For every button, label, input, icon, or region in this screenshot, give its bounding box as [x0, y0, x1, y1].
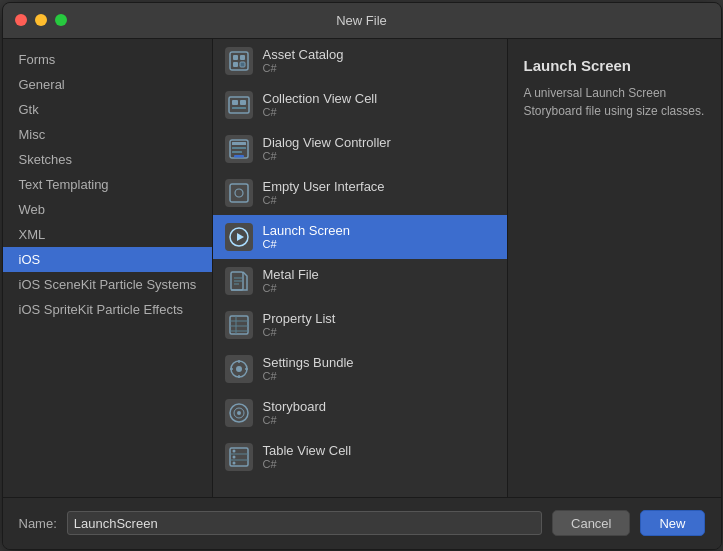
file-item-sub-collection-view-cell: C#: [263, 106, 378, 118]
file-item-text-table-view-cell: Table View CellC#: [263, 443, 352, 470]
sidebar-item-ios-spritekit[interactable]: iOS SpriteKit Particle Effects: [3, 297, 212, 322]
new-button[interactable]: New: [640, 510, 704, 536]
file-item-text-property-list: Property ListC#: [263, 311, 336, 338]
window-controls: [15, 14, 67, 26]
close-button[interactable]: [15, 14, 27, 26]
sidebar-item-ios-scenekit[interactable]: iOS SceneKit Particle Systems: [3, 272, 212, 297]
detail-description: A universal Launch Screen Storyboard fil…: [524, 84, 705, 120]
file-item-text-dialog-view-controller: Dialog View ControllerC#: [263, 135, 391, 162]
file-item-name-storyboard: Storyboard: [263, 399, 327, 414]
maximize-button[interactable]: [55, 14, 67, 26]
svg-marker-17: [237, 233, 244, 241]
svg-point-39: [232, 449, 235, 452]
file-item-text-settings-bundle: Settings BundleC#: [263, 355, 354, 382]
svg-point-40: [232, 455, 235, 458]
file-item-sub-launch-screen: C#: [263, 238, 350, 250]
launch-screen-icon: [225, 223, 253, 251]
sidebar-item-misc[interactable]: Misc: [3, 122, 212, 147]
storyboard-icon: [225, 399, 253, 427]
file-item-settings-bundle[interactable]: Settings BundleC#: [213, 347, 507, 391]
detail-title: Launch Screen: [524, 57, 705, 74]
minimize-button[interactable]: [35, 14, 47, 26]
svg-rect-8: [232, 107, 246, 109]
sidebar-item-sketches[interactable]: Sketches: [3, 147, 212, 172]
file-item-asset-catalog[interactable]: Asset CatalogC#: [213, 39, 507, 83]
settings-bundle-icon: [225, 355, 253, 383]
file-item-name-settings-bundle: Settings Bundle: [263, 355, 354, 370]
svg-rect-2: [240, 55, 245, 60]
file-item-metal-file[interactable]: Metal FileC#: [213, 259, 507, 303]
svg-point-15: [235, 189, 243, 197]
empty-user-interface-icon: [225, 179, 253, 207]
bottom-bar: Name: Cancel New: [3, 497, 721, 549]
file-item-sub-property-list: C#: [263, 326, 336, 338]
file-item-text-storyboard: StoryboardC#: [263, 399, 327, 426]
svg-rect-5: [229, 97, 249, 113]
new-file-dialog: New File FormsGeneralGtkMiscSketchesText…: [2, 2, 722, 550]
collection-view-cell-icon: [225, 91, 253, 119]
svg-rect-12: [232, 151, 242, 153]
metal-file-icon: [225, 267, 253, 295]
file-item-sub-table-view-cell: C#: [263, 458, 352, 470]
sidebar-item-xml[interactable]: XML: [3, 222, 212, 247]
sidebar-item-forms[interactable]: Forms: [3, 47, 212, 72]
file-item-text-metal-file: Metal FileC#: [263, 267, 319, 294]
svg-rect-1: [233, 55, 238, 60]
asset-catalog-icon: [225, 47, 253, 75]
file-item-collection-view-cell[interactable]: Collection View CellC#: [213, 83, 507, 127]
file-item-sub-dialog-view-controller: C#: [263, 150, 391, 162]
svg-rect-14: [230, 184, 248, 202]
svg-rect-6: [232, 100, 238, 105]
file-item-name-table-view-cell: Table View Cell: [263, 443, 352, 458]
file-item-storyboard[interactable]: StoryboardC#: [213, 391, 507, 435]
file-list: Asset CatalogC#Collection View CellC#Dia…: [213, 39, 508, 497]
file-item-name-collection-view-cell: Collection View Cell: [263, 91, 378, 106]
dialog-view-controller-icon: [225, 135, 253, 163]
file-item-table-view-cell[interactable]: Table View CellC#: [213, 435, 507, 479]
sidebar-item-gtk[interactable]: Gtk: [3, 97, 212, 122]
svg-rect-7: [240, 100, 246, 105]
file-item-text-empty-user-interface: Empty User InterfaceC#: [263, 179, 385, 206]
file-item-sub-asset-catalog: C#: [263, 62, 344, 74]
file-item-name-dialog-view-controller: Dialog View Controller: [263, 135, 391, 150]
svg-rect-13: [234, 155, 244, 158]
svg-point-41: [232, 461, 235, 464]
file-item-name-empty-user-interface: Empty User Interface: [263, 179, 385, 194]
sidebar-item-text-templating[interactable]: Text Templating: [3, 172, 212, 197]
file-item-launch-screen[interactable]: Launch ScreenC#: [213, 215, 507, 259]
action-buttons: Cancel New: [552, 510, 704, 536]
file-item-text-asset-catalog: Asset CatalogC#: [263, 47, 344, 74]
file-item-name-asset-catalog: Asset Catalog: [263, 47, 344, 62]
file-item-dialog-view-controller[interactable]: Dialog View ControllerC#: [213, 127, 507, 171]
table-view-cell-icon: [225, 443, 253, 471]
detail-pane: Launch Screen A universal Launch Screen …: [508, 39, 721, 497]
svg-rect-0: [230, 52, 248, 70]
name-label: Name:: [19, 516, 57, 531]
sidebar: FormsGeneralGtkMiscSketchesText Templati…: [3, 39, 213, 497]
titlebar: New File: [3, 3, 721, 39]
file-item-name-metal-file: Metal File: [263, 267, 319, 282]
svg-point-28: [236, 366, 242, 372]
svg-rect-3: [233, 62, 238, 67]
svg-rect-10: [232, 142, 246, 145]
file-item-name-launch-screen: Launch Screen: [263, 223, 350, 238]
svg-point-35: [237, 411, 241, 415]
svg-rect-11: [232, 147, 246, 149]
file-item-sub-settings-bundle: C#: [263, 370, 354, 382]
file-item-text-launch-screen: Launch ScreenC#: [263, 223, 350, 250]
file-item-property-list[interactable]: Property ListC#: [213, 303, 507, 347]
file-item-text-collection-view-cell: Collection View CellC#: [263, 91, 378, 118]
file-item-name-property-list: Property List: [263, 311, 336, 326]
file-item-sub-storyboard: C#: [263, 414, 327, 426]
sidebar-item-general[interactable]: General: [3, 72, 212, 97]
sidebar-item-web[interactable]: Web: [3, 197, 212, 222]
sidebar-item-ios[interactable]: iOS: [3, 247, 212, 272]
window-title: New File: [336, 13, 387, 28]
file-item-sub-metal-file: C#: [263, 282, 319, 294]
cancel-button[interactable]: Cancel: [552, 510, 630, 536]
name-input[interactable]: [67, 511, 542, 535]
svg-rect-4: [240, 62, 245, 67]
file-item-sub-empty-user-interface: C#: [263, 194, 385, 206]
file-item-empty-user-interface[interactable]: Empty User InterfaceC#: [213, 171, 507, 215]
property-list-icon: [225, 311, 253, 339]
